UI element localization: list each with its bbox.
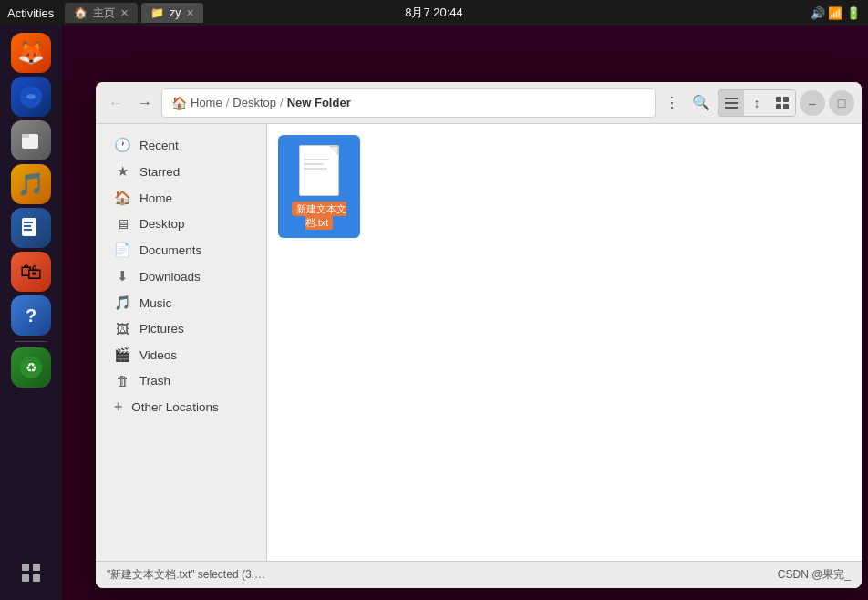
maximize-button[interactable]: □	[829, 90, 854, 116]
sidebar: 🕐 Recent ★ Starred 🏠 Home 🖥 Desktop 📄 Do…	[96, 124, 267, 561]
file-paper	[299, 145, 339, 196]
forward-button[interactable]: →	[132, 90, 158, 116]
svg-rect-16	[776, 97, 781, 102]
home-icon: 🏠	[114, 190, 130, 206]
sidebar-item-starred[interactable]: ★ Starred	[101, 159, 261, 184]
breadcrumb-sep-1: /	[226, 96, 230, 109]
system-tray[interactable]: 🔊 📶 🔋	[811, 6, 861, 20]
downloads-icon: ⬇	[114, 268, 130, 284]
svg-rect-17	[783, 97, 789, 102]
sidebar-label-recent: Recent	[140, 139, 179, 152]
svg-rect-4	[24, 222, 33, 223]
dock-icon-appstore[interactable]: 🛍	[11, 252, 51, 292]
dock-icon-writer[interactable]	[11, 208, 51, 248]
svg-rect-6	[24, 229, 32, 231]
sidebar-label-videos: Videos	[140, 348, 177, 362]
search-button[interactable]: 🔍	[688, 90, 714, 116]
dock-icon-trash[interactable]: ♻	[11, 347, 51, 388]
dock: 🦊 🎵 🛍 ? ♻	[0, 26, 62, 600]
sidebar-label-home: Home	[140, 191, 172, 205]
tab-home[interactable]: 🏠 主页 ✕	[65, 3, 138, 23]
tab-zy-close[interactable]: ✕	[186, 8, 194, 18]
sidebar-item-home[interactable]: 🏠 Home	[101, 185, 261, 211]
window-toolbar: ← → 🏠 Home / Desktop / New Folder ⋮ 🔍 ↕ …	[96, 82, 862, 124]
documents-icon: 📄	[114, 242, 130, 258]
svg-rect-11	[22, 574, 29, 582]
sidebar-item-pictures[interactable]: 🖼 Pictures	[101, 316, 261, 341]
tab-zy-label: zy	[170, 6, 181, 19]
starred-icon: ★	[114, 163, 130, 180]
breadcrumb-bar: 🏠 Home / Desktop / New Folder	[161, 88, 656, 118]
file-line-2	[304, 163, 324, 165]
top-bar-left: Activities 🏠 主页 ✕ 📁 zy ✕	[7, 3, 203, 23]
svg-rect-15	[725, 107, 738, 109]
window-body: 🕐 Recent ★ Starred 🏠 Home 🖥 Desktop 📄 Do…	[96, 124, 862, 561]
sidebar-label-starred: Starred	[140, 165, 180, 179]
svg-rect-14	[725, 102, 738, 104]
tab-bar: 🏠 主页 ✕ 📁 zy ✕	[65, 3, 203, 23]
menu-button[interactable]: ⋮	[659, 90, 685, 116]
svg-rect-9	[22, 564, 29, 571]
sidebar-item-videos[interactable]: 🎬 Videos	[101, 342, 261, 367]
sort-button[interactable]: ↕	[744, 90, 770, 116]
svg-text:♻: ♻	[26, 360, 37, 375]
desktop-icon: 🖥	[114, 216, 130, 232]
breadcrumb-current[interactable]: New Folder	[287, 96, 351, 109]
pictures-icon: 🖼	[114, 321, 130, 336]
svg-rect-2	[22, 134, 29, 138]
view-switcher: ↕	[718, 89, 796, 117]
dock-icon-help[interactable]: ?	[11, 295, 51, 336]
dock-icon-rhythmbox[interactable]: 🎵	[11, 164, 51, 204]
main-content[interactable]: 新建文本文 档.txt	[267, 124, 862, 561]
file-paper-corner	[329, 146, 338, 155]
back-button[interactable]: ←	[103, 90, 129, 116]
file-line-1	[304, 159, 329, 160]
grid-view-button[interactable]	[770, 90, 795, 116]
minimize-button[interactable]: –	[800, 90, 825, 116]
breadcrumb-sep-2: /	[280, 96, 284, 109]
svg-rect-10	[33, 564, 40, 571]
sidebar-item-documents[interactable]: 📄 Documents	[101, 237, 261, 263]
list-view-button[interactable]	[718, 90, 744, 116]
sidebar-item-other-locations[interactable]: + Other Locations	[101, 394, 261, 419]
svg-rect-12	[33, 574, 40, 582]
videos-icon: 🎬	[114, 347, 130, 363]
file-item-txt[interactable]: 新建文本文 档.txt	[278, 135, 360, 238]
tab-zy-icon: 📁	[150, 6, 164, 19]
tab-home-label: 主页	[93, 5, 115, 21]
sidebar-label-trash: Trash	[140, 374, 170, 388]
file-manager-window: ← → 🏠 Home / Desktop / New Folder ⋮ 🔍 ↕ …	[96, 82, 862, 588]
tab-home-close[interactable]: ✕	[120, 8, 129, 18]
sidebar-label-documents: Documents	[140, 243, 202, 257]
tab-zy[interactable]: 📁 zy ✕	[141, 3, 203, 23]
sidebar-item-music[interactable]: 🎵 Music	[101, 290, 261, 316]
file-lines	[304, 159, 335, 170]
recent-icon: 🕐	[114, 137, 130, 153]
sidebar-label-other-locations: Other Locations	[131, 400, 218, 414]
top-bar-datetime: 8月7 20:44	[405, 5, 463, 21]
dock-icon-grid[interactable]	[11, 553, 51, 593]
sidebar-item-trash[interactable]: 🗑 Trash	[101, 368, 261, 393]
top-bar: Activities 🏠 主页 ✕ 📁 zy ✕ 8月7 20:44 🔊 📶 🔋	[0, 0, 868, 26]
status-source: CSDN @果完_	[778, 567, 851, 583]
music-icon: 🎵	[114, 295, 130, 311]
breadcrumb-desktop[interactable]: Desktop	[232, 96, 276, 109]
file-line-3	[304, 168, 327, 170]
sidebar-label-desktop: Desktop	[140, 217, 185, 231]
dock-separator	[15, 341, 47, 342]
sidebar-item-recent[interactable]: 🕐 Recent	[101, 132, 261, 158]
breadcrumb-home-icon: 🏠	[171, 96, 187, 110]
dock-icon-thunderbird[interactable]	[11, 77, 51, 117]
file-label-txt: 新建文本文 档.txt	[292, 202, 346, 231]
svg-rect-13	[725, 98, 738, 99]
sidebar-item-desktop[interactable]: 🖥 Desktop	[101, 212, 261, 236]
breadcrumb-home[interactable]: Home	[191, 96, 222, 109]
top-bar-right: 🔊 📶 🔋	[811, 6, 861, 20]
dock-icon-files[interactable]	[11, 120, 51, 160]
svg-rect-5	[24, 225, 31, 227]
status-bar: "新建文本文档.txt" selected (3.… CSDN @果完_	[96, 561, 862, 588]
svg-rect-19	[783, 104, 789, 109]
dock-icon-firefox[interactable]: 🦊	[11, 33, 51, 73]
sidebar-item-downloads[interactable]: ⬇ Downloads	[101, 264, 261, 289]
activities-button[interactable]: Activities	[7, 6, 54, 20]
